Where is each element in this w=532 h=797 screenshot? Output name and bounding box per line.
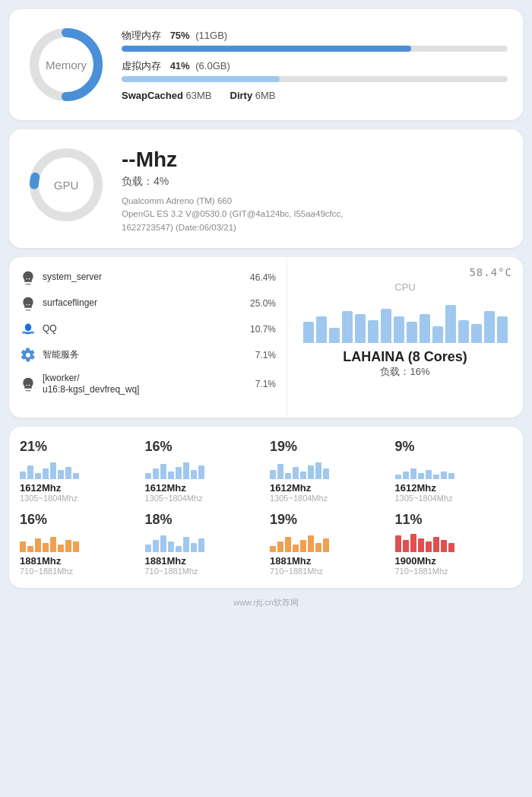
core-mini-bar	[145, 473, 151, 479]
process-icon	[20, 347, 36, 364]
core-mini-bar	[433, 475, 439, 479]
core-mhz: 1612Mhz	[270, 482, 311, 494]
virtual-pct: 41%	[170, 60, 190, 71]
core-mini-bar	[418, 473, 424, 479]
core-mini-bar	[448, 473, 454, 479]
core-mini-bar	[191, 543, 197, 552]
core-mini-bars	[20, 531, 138, 552]
core-range: 710~1881Mhz	[395, 567, 448, 576]
cpu-load: 负载：16%	[298, 365, 512, 379]
core-range: 1305~1804Mhz	[270, 494, 328, 503]
core-mini-bar	[198, 538, 204, 552]
core-mini-bar	[58, 470, 64, 479]
core-mini-bar	[65, 467, 71, 479]
cpu-bar	[471, 324, 482, 343]
gpu-donut: GPU	[24, 143, 108, 227]
core-mini-bar	[441, 472, 447, 479]
process-pct: 7.1%	[247, 379, 276, 389]
cpu-bar	[407, 322, 417, 343]
swap-cached: SwapCached 63MB	[122, 90, 212, 101]
core-mini-bar	[395, 535, 401, 552]
gpu-desc: Qualcomm Adreno (TM) 660 OpenGL ES 3.2 V…	[122, 195, 508, 234]
core-range: 1305~1804Mhz	[20, 494, 78, 503]
process-name: QQ	[43, 323, 241, 335]
cpu-right: 58.4°C CPU LAHAINA (8 Cores) 负载：16%	[287, 257, 523, 418]
core-cell: 9%1612Mhz1305~1804Mhz	[395, 439, 513, 503]
memory-card: Memory 物理内存 75% (11GB) 虚拟内存 41% (6.0GB)	[9, 9, 523, 120]
core-mini-bar	[176, 546, 182, 552]
cpu-bar	[432, 326, 443, 343]
cpu-card: system_server46.4%surfaceflinger25.0%QQ1…	[9, 257, 523, 418]
core-mhz: 1881Mhz	[20, 555, 61, 567]
core-mini-bar	[27, 465, 33, 479]
cpu-bar	[368, 320, 378, 343]
core-mini-bar	[300, 540, 306, 552]
core-mini-bar	[73, 473, 79, 479]
core-mini-bar	[277, 541, 283, 552]
core-pct: 9%	[395, 439, 415, 455]
cpu-bar	[394, 316, 404, 343]
process-pct: 7.1%	[247, 350, 276, 360]
cpu-bar	[316, 316, 327, 343]
core-mini-bar	[50, 537, 56, 552]
core-grid: 21%1612Mhz1305~1804Mhz16%1612Mhz1305~180…	[20, 439, 512, 576]
memory-extra: SwapCached 63MB Dirty 6MB	[122, 90, 508, 101]
cpu-bar	[445, 305, 456, 343]
core-mini-bar	[198, 465, 204, 479]
core-mini-bar	[323, 468, 329, 479]
cpu-bar	[381, 309, 391, 343]
watermark: www.rjtj.cn软荐网	[9, 597, 523, 611]
core-mini-bars	[395, 531, 513, 552]
core-mini-bar	[323, 538, 329, 552]
cpu-temp: 58.4°C	[298, 266, 512, 278]
core-mhz: 1881Mhz	[145, 555, 186, 567]
physical-bar-fill	[122, 46, 411, 52]
core-mini-bar	[183, 462, 189, 479]
core-mini-bar	[285, 537, 291, 552]
core-cell: 21%1612Mhz1305~1804Mhz	[20, 439, 138, 503]
core-range: 710~1881Mhz	[145, 567, 198, 576]
virtual-bar-bg	[122, 76, 508, 82]
cpu-bar	[484, 311, 495, 343]
process-list: system_server46.4%surfaceflinger25.0%QQ1…	[9, 257, 287, 418]
process-icon	[20, 321, 36, 338]
core-mini-bar	[43, 543, 49, 552]
process-pct: 25.0%	[247, 298, 276, 309]
process-row: [kworker/ u16:8-kgsl_devfreq_wq]7.1%	[20, 373, 276, 396]
process-pct: 46.4%	[247, 272, 276, 283]
core-range: 1305~1804Mhz	[395, 494, 453, 503]
physical-value: (11GB)	[195, 30, 227, 41]
core-mini-bar	[403, 540, 409, 552]
physical-pct: 75%	[170, 30, 190, 41]
process-name: 智能服务	[43, 349, 241, 361]
memory-donut: Memory	[24, 23, 108, 106]
core-mini-bar	[315, 462, 321, 479]
process-name: system_server	[43, 271, 241, 284]
cpu-chart-label: CPU	[298, 281, 512, 293]
core-mini-bar	[50, 462, 56, 479]
virtual-bar-fill	[122, 76, 280, 82]
core-pct: 21%	[20, 439, 47, 455]
core-range: 710~1881Mhz	[20, 567, 73, 576]
core-mini-bar	[168, 472, 174, 479]
core-mini-bar	[410, 468, 416, 479]
core-mini-bar	[65, 540, 71, 552]
gpu-card: GPU --Mhz 负载：4% Qualcomm Adreno (TM) 660…	[9, 129, 523, 248]
core-mini-bar	[403, 472, 409, 479]
core-cell: 19%1881Mhz710~1881Mhz	[270, 512, 388, 576]
core-mini-bar	[35, 538, 41, 552]
process-icon	[20, 376, 36, 392]
core-cell: 16%1612Mhz1305~1804Mhz	[145, 439, 263, 503]
memory-label: Memory	[46, 59, 87, 71]
core-mini-bars	[145, 458, 263, 479]
core-mini-bar	[315, 543, 321, 552]
core-mini-bar	[308, 535, 314, 552]
process-row: 智能服务7.1%	[20, 347, 276, 364]
core-cell: 19%1612Mhz1305~1804Mhz	[270, 439, 388, 503]
core-mini-bars	[270, 531, 388, 552]
core-mhz: 1612Mhz	[20, 482, 61, 494]
cpu-bar	[355, 314, 366, 343]
dirty: Dirty 6MB	[230, 90, 276, 101]
core-mini-bar	[270, 470, 276, 479]
core-mhz: 1881Mhz	[270, 555, 311, 567]
